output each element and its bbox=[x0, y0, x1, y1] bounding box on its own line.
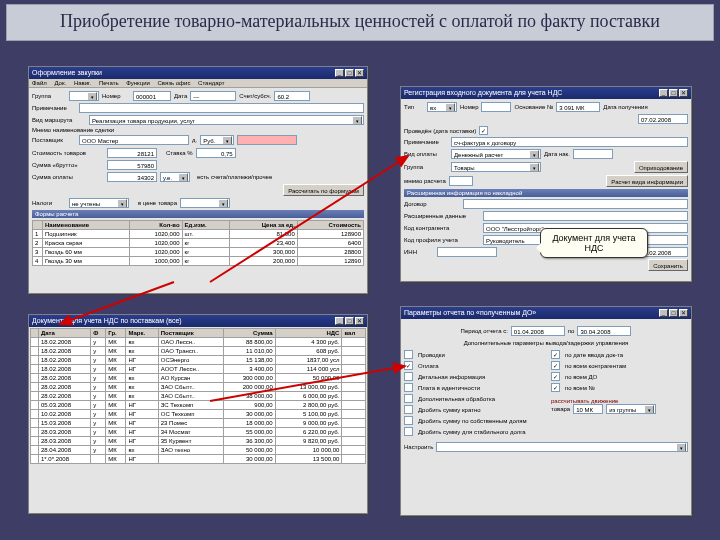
col-date[interactable]: Дата bbox=[39, 329, 91, 338]
inp-date[interactable]: — bbox=[190, 91, 236, 101]
table-row[interactable]: 28.03.2008уМКНГ35 Курвент36 300,009 820,… bbox=[31, 437, 366, 446]
menu-funcs[interactable]: Функции bbox=[126, 80, 150, 86]
maximize-icon[interactable]: □ bbox=[345, 317, 354, 325]
inp-rate[interactable]: 0,75 bbox=[196, 148, 236, 158]
table-row[interactable]: 05.03.2008уМКНГЗС Техкомп900,002 800,00 … bbox=[31, 401, 366, 410]
checkbox-row[interactable]: Детальная информация bbox=[404, 372, 541, 381]
btn-save[interactable]: Сохранить bbox=[648, 259, 688, 271]
checkbox-icon[interactable]: ✓ bbox=[551, 361, 560, 370]
col-mark[interactable]: Марк. bbox=[126, 329, 158, 338]
inp-from[interactable]: 01.04.2008 bbox=[511, 326, 565, 336]
table-row[interactable]: 18.02.2008уМКНГОСЭнерго15 138,001837,00 … bbox=[31, 356, 366, 365]
w3-titlebar[interactable]: Документы для учета НДС по поставкам (вс… bbox=[29, 315, 367, 327]
col-sum3[interactable]: Сумма bbox=[223, 329, 275, 338]
col-val[interactable]: вал bbox=[342, 329, 366, 338]
checkbox-row[interactable]: ✓по дате ввода док-та bbox=[551, 350, 688, 359]
checkbox-icon[interactable] bbox=[404, 416, 413, 425]
btn-rasn[interactable]: Расчет вида информации bbox=[606, 175, 688, 187]
col-sum[interactable]: Стоимость bbox=[297, 221, 363, 230]
checkbox-icon[interactable]: ✓ bbox=[404, 361, 413, 370]
inp-vcene[interactable] bbox=[180, 198, 230, 208]
inp-group2[interactable]: Товары bbox=[451, 162, 541, 172]
minimize-icon[interactable]: _ bbox=[335, 69, 344, 77]
table-row[interactable]: 3Гвоздь 60 мм1020,000кг300,00028800 bbox=[33, 248, 364, 257]
inp-vid[interactable]: Денежный расчет bbox=[451, 149, 541, 159]
inp-prim[interactable]: сч-фактура к договору bbox=[451, 137, 688, 147]
w1-tab[interactable]: Формы расчета bbox=[32, 210, 364, 218]
checkbox-row[interactable]: ✓по всем № bbox=[551, 383, 688, 392]
col-qty[interactable]: Кол-во bbox=[129, 221, 182, 230]
table-row[interactable]: 18.02.2008уМКвхОАО Трансп..11 010,00608 … bbox=[31, 347, 366, 356]
checkbox-row[interactable]: Проводки bbox=[404, 350, 541, 359]
w1-titlebar[interactable]: Оформление закупки _ □ ✕ bbox=[29, 67, 367, 79]
col-f[interactable]: Ф bbox=[91, 329, 106, 338]
close-icon[interactable]: ✕ bbox=[355, 317, 364, 325]
inp-red[interactable] bbox=[237, 135, 297, 145]
w1-menubar[interactable]: Файл Док. Навиг. Печать Функции Связь оф… bbox=[29, 79, 367, 88]
menu-print[interactable]: Печать bbox=[99, 80, 119, 86]
checkbox-row[interactable]: ✓Оплата bbox=[404, 361, 541, 370]
checkbox-row[interactable]: ✓по всем ДО bbox=[551, 372, 688, 381]
inp-doc[interactable]: 3 091 МК bbox=[556, 102, 600, 112]
inp-gruz[interactable]: из группы bbox=[606, 404, 656, 414]
inp-dog[interactable] bbox=[463, 199, 688, 209]
checkbox-icon[interactable]: ✓ bbox=[551, 383, 560, 392]
checkbox-icon[interactable]: ✓ bbox=[551, 350, 560, 359]
inp-tip[interactable]: вх bbox=[427, 102, 457, 112]
table-row[interactable]: 28.02.2008уМКвхАО Курсан300 000,0050 000… bbox=[31, 374, 366, 383]
inp-mr[interactable] bbox=[449, 176, 473, 186]
w2-titlebar[interactable]: Регистрация входного документа для учета… bbox=[401, 87, 691, 99]
checkbox-icon[interactable] bbox=[404, 383, 413, 392]
inp-group[interactable] bbox=[69, 91, 99, 101]
inp-inn[interactable] bbox=[437, 247, 497, 257]
col-grp[interactable]: Гр. bbox=[106, 329, 126, 338]
chk-proved[interactable]: ✓ bbox=[479, 126, 488, 135]
table-row[interactable]: 28.02.2008уМКвхЗАО Сбытт..38 000,006 000… bbox=[31, 392, 366, 401]
col-nds[interactable]: НДС bbox=[275, 329, 342, 338]
table-row[interactable]: 18.02.2008уМКвхОАО Лессн..88 800,004 300… bbox=[31, 338, 366, 347]
inp-km[interactable]: Руб. bbox=[200, 135, 234, 145]
inp-date2[interactable]: 07.02.2008 bbox=[638, 114, 688, 124]
table-row[interactable]: 28.03.2008уМКНГ34 Мосмат55 000,006 220,0… bbox=[31, 428, 366, 437]
menu-file[interactable]: Файл bbox=[32, 80, 47, 86]
table-row[interactable]: 1*.0*.2008МКНГ30 000,0013 500,00 bbox=[31, 455, 366, 464]
checkbox-row[interactable]: Дробить сумму по собственным долям bbox=[404, 416, 541, 425]
inp-supplier[interactable]: ООО Мастер bbox=[79, 135, 189, 145]
maximize-icon[interactable]: □ bbox=[669, 89, 678, 97]
close-icon[interactable]: ✕ bbox=[355, 69, 364, 77]
close-icon[interactable]: ✕ bbox=[679, 89, 688, 97]
table-row[interactable]: 28.04.2008уМКвхЗАО техно50 000,0010 000,… bbox=[31, 446, 366, 455]
checkbox-icon[interactable] bbox=[404, 405, 413, 414]
w3-table[interactable]: Дата Ф Гр. Марк. Поставщик Сумма НДС вал… bbox=[30, 328, 366, 464]
checkbox-row[interactable]: Дробить сумму кратно bbox=[404, 405, 541, 414]
table-row[interactable]: 10.02.2008уМКНГОС Техкомп30 000,005 100,… bbox=[31, 410, 366, 419]
checkbox-icon[interactable]: ✓ bbox=[551, 372, 560, 381]
menu-export[interactable]: Связь офис bbox=[158, 80, 191, 86]
minimize-icon[interactable]: _ bbox=[659, 309, 668, 317]
inp-note[interactable] bbox=[79, 103, 364, 113]
table-row[interactable]: 4Гвоздь 30 мм1000,000кг200,00012890 bbox=[33, 257, 364, 266]
inp-sumnds[interactable]: 57980 bbox=[107, 160, 157, 170]
inp-cur[interactable]: у.е. bbox=[160, 172, 190, 182]
checkbox-row[interactable]: Дополнительная обработка bbox=[404, 394, 541, 403]
checkbox-row[interactable]: Дробить сумму для стабильного долга bbox=[404, 427, 541, 436]
table-row[interactable]: 28.02.2008уМКвхЗАО Сбытт..200 000,0013 0… bbox=[31, 383, 366, 392]
w4-titlebar[interactable]: Параметры отчета по «полученным ДО» _ □ … bbox=[401, 307, 691, 319]
col-price[interactable]: Цена за ед. bbox=[230, 221, 297, 230]
checkbox-icon[interactable] bbox=[404, 372, 413, 381]
inp-daten[interactable] bbox=[573, 149, 613, 159]
menu-nav[interactable]: Навиг. bbox=[74, 80, 91, 86]
table-row[interactable]: 1Подшипник1020,000шт.81,000128900 bbox=[33, 230, 364, 239]
maximize-icon[interactable]: □ bbox=[669, 309, 678, 317]
col-sel[interactable] bbox=[31, 329, 39, 338]
inp-sumpay[interactable]: 34302 bbox=[107, 172, 157, 182]
inp-nalog[interactable]: не учтены bbox=[69, 198, 129, 208]
inp-no[interactable]: 000001 bbox=[133, 91, 171, 101]
inp-tov[interactable]: 10 МК bbox=[573, 404, 603, 414]
checkbox-icon[interactable] bbox=[404, 350, 413, 359]
checkbox-row[interactable]: Плата в идентичности bbox=[404, 383, 541, 392]
close-icon[interactable]: ✕ bbox=[679, 309, 688, 317]
btn-opr[interactable]: Оприходование bbox=[634, 161, 688, 173]
btn-rasch[interactable]: Рассчитать по формулам bbox=[283, 184, 364, 196]
inp-nastr[interactable] bbox=[436, 442, 688, 452]
